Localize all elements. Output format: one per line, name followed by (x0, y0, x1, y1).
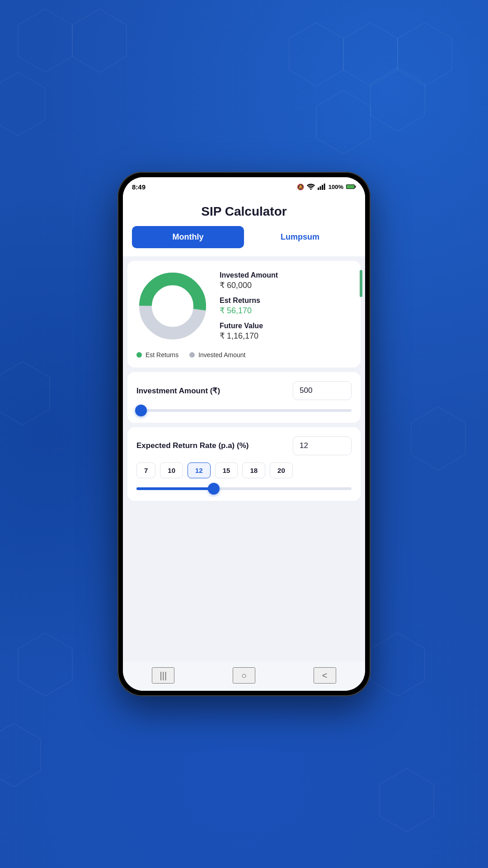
investment-amount-label: Investment Amount (₹) (136, 386, 293, 396)
mute-icon: 🔕 (297, 184, 304, 190)
tab-lumpsum[interactable]: Lumpsum (244, 226, 356, 248)
tab-switcher: Monthly Lumpsum (123, 226, 365, 256)
investment-amount-row: Investment Amount (₹) (136, 381, 352, 400)
rate-chip-10[interactable]: 10 (160, 462, 183, 478)
investment-slider-thumb[interactable] (135, 405, 147, 416)
svg-marker-6 (316, 90, 371, 154)
chart-info: Invested Amount ₹ 60,000 Est Returns ₹ 5… (220, 271, 352, 341)
est-returns-label: Est Returns (220, 297, 352, 305)
svg-rect-16 (319, 186, 321, 190)
svg-rect-15 (318, 188, 319, 190)
investment-slider-container (136, 407, 352, 414)
investment-amount-section: Investment Amount (₹) (127, 372, 361, 423)
legend-returns-label: Est Returns (145, 351, 178, 359)
chart-legend: Est Returns Invested Amount (136, 351, 245, 359)
legend-returns-dot (136, 352, 142, 358)
bottom-nav: ||| ○ < (123, 662, 365, 691)
legend-invested-dot (189, 352, 195, 358)
return-rate-section: Expected Return Rate (p.a) (%) 7 10 12 1… (127, 427, 361, 501)
svg-marker-5 (0, 72, 45, 136)
svg-point-14 (310, 189, 311, 190)
rate-chip-15[interactable]: 15 (215, 462, 238, 478)
nav-back-button[interactable]: ||| (152, 667, 174, 684)
svg-marker-7 (371, 68, 425, 131)
svg-marker-12 (18, 633, 72, 696)
rate-chip-18[interactable]: 18 (242, 462, 265, 478)
status-time: 8:49 (132, 183, 145, 191)
svg-marker-13 (371, 633, 425, 696)
return-rate-slider-thumb[interactable] (208, 483, 220, 495)
est-returns-value: ₹ 56,170 (220, 306, 352, 316)
invested-amount-label: Invested Amount (220, 271, 352, 279)
chart-row: Invested Amount ₹ 60,000 Est Returns ₹ 5… (136, 270, 352, 342)
future-value-label: Future Value (220, 322, 352, 330)
svg-rect-17 (322, 185, 323, 190)
invested-amount-value: ₹ 60,000 (220, 280, 352, 290)
svg-marker-2 (289, 23, 343, 86)
legend-invested-label: Invested Amount (198, 351, 245, 359)
svg-marker-8 (0, 723, 41, 787)
investment-slider-track[interactable] (136, 409, 352, 412)
signal-icon (318, 184, 326, 190)
svg-rect-18 (324, 184, 325, 190)
rate-chip-20[interactable]: 20 (270, 462, 293, 478)
svg-marker-3 (343, 23, 398, 86)
return-rate-input[interactable] (293, 436, 352, 455)
rate-chip-7[interactable]: 7 (136, 462, 155, 478)
scroll-indicator (360, 270, 362, 297)
rate-chip-12[interactable]: 12 (188, 462, 211, 478)
battery-icon (346, 184, 356, 189)
return-rate-row: Expected Return Rate (p.a) (%) (136, 436, 352, 455)
return-rate-slider-container (136, 486, 352, 492)
battery-text: 100% (328, 184, 343, 190)
tab-monthly[interactable]: Monthly (132, 226, 244, 248)
page-title: SIP Calculator (132, 204, 356, 219)
return-rate-label: Expected Return Rate (p.a) (%) (136, 441, 293, 450)
app-header: SIP Calculator (123, 196, 365, 226)
rate-chips: 7 10 12 15 18 20 (136, 462, 352, 478)
return-rate-slider-track[interactable] (136, 487, 352, 490)
phone-device: 8:49 🔕 100% (117, 172, 371, 696)
svg-marker-10 (0, 362, 50, 425)
app-content: SIP Calculator Monthly Lumpsum (123, 196, 365, 662)
svg-marker-9 (380, 769, 434, 832)
svg-marker-11 (411, 407, 465, 470)
legend-returns: Est Returns (136, 351, 178, 359)
legend-invested: Invested Amount (189, 351, 245, 359)
phone-screen: 8:49 🔕 100% (123, 177, 365, 691)
wifi-icon (307, 184, 315, 190)
status-icons: 🔕 100% (297, 184, 356, 190)
status-bar: 8:49 🔕 100% (123, 177, 365, 196)
svg-marker-1 (72, 9, 127, 72)
svg-marker-0 (18, 9, 72, 72)
investment-amount-input[interactable] (293, 381, 352, 400)
svg-marker-4 (398, 23, 452, 86)
donut-chart (136, 270, 209, 342)
svg-rect-21 (347, 185, 354, 189)
nav-home-button[interactable]: ○ (233, 667, 255, 684)
nav-forward-button[interactable]: < (314, 667, 336, 684)
chart-section: Invested Amount ₹ 60,000 Est Returns ₹ 5… (127, 261, 361, 368)
return-rate-slider-fill (136, 487, 214, 490)
svg-rect-20 (355, 186, 356, 188)
future-value-value: ₹ 1,16,170 (220, 331, 352, 341)
